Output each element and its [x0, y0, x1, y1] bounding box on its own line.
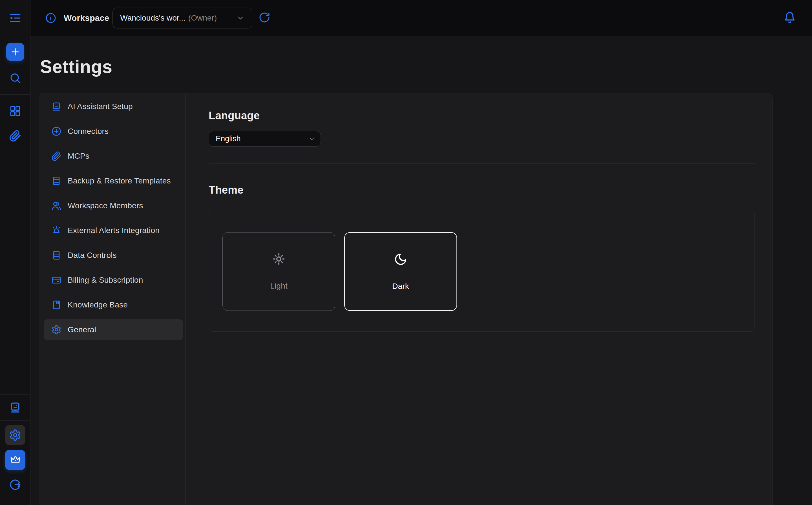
sun-icon [272, 252, 286, 266]
moon-icon [394, 252, 407, 266]
chevron-down-icon [236, 14, 245, 22]
settings-nav-item-billing-subscription[interactable]: Billing & Subscription [44, 270, 183, 291]
server-icon [51, 176, 61, 186]
settings-nav: AI Assistant SetupConnectorsMCPsBackup &… [39, 93, 185, 505]
paperclip-icon [51, 151, 61, 161]
settings-panel: AI Assistant SetupConnectorsMCPsBackup &… [39, 93, 773, 505]
content-area: Settings AI Assistant SetupConnectorsMCP… [30, 36, 812, 505]
theme-heading: Theme [209, 184, 772, 196]
theme-option-label: Dark [392, 282, 409, 291]
refresh-workspaces-button[interactable] [259, 12, 270, 24]
settings-nav-item-label: External Alerts Integration [67, 226, 160, 235]
paperclip-icon [9, 130, 21, 142]
settings-nav-item-mcps[interactable]: MCPs [44, 146, 183, 167]
settings-nav-item-label: Billing & Subscription [67, 276, 143, 285]
settings-nav-item-knowledge-base[interactable]: Knowledge Base [44, 295, 183, 315]
dashboard-button[interactable] [6, 102, 24, 120]
workspace-select-value: Wanclouds's wor... [120, 13, 185, 23]
siren-icon [51, 225, 61, 235]
settings-nav-item-label: Connectors [67, 127, 109, 136]
bot-icon [51, 102, 61, 112]
settings-nav-item-label: General [67, 325, 96, 334]
info-icon[interactable] [45, 12, 56, 24]
page-title: Settings [40, 56, 773, 77]
sidebar-divider [0, 95, 30, 95]
settings-nav-item-workspace-members[interactable]: Workspace Members [44, 195, 183, 216]
settings-nav-item-label: Workspace Members [67, 201, 143, 210]
gear-icon [9, 429, 21, 441]
search-icon [9, 72, 21, 84]
settings-body: Language English Theme Light Dark [185, 93, 772, 505]
server-icon [51, 250, 61, 261]
chevron-down-icon [308, 135, 315, 143]
theme-option-dark[interactable]: Dark [344, 232, 457, 311]
theme-options-container: Light Dark [209, 210, 755, 332]
ai-assistant-section [0, 394, 30, 421]
settings-nav-item-backup-restore-templates[interactable]: Backup & Restore Templates [44, 170, 183, 191]
theme-option-light[interactable]: Light [223, 232, 335, 311]
section-divider [209, 163, 755, 164]
settings-nav-item-label: AI Assistant Setup [67, 102, 133, 111]
settings-nav-item-general[interactable]: General [44, 319, 183, 340]
plus-icon [10, 46, 21, 57]
settings-nav-item-label: Knowledge Base [67, 300, 128, 309]
credit-card-icon [51, 275, 61, 285]
settings-nav-item-label: Backup & Restore Templates [67, 176, 171, 185]
logout-icon [9, 479, 21, 491]
settings-button[interactable] [5, 425, 25, 445]
bell-icon [783, 11, 796, 24]
topbar: Workspace Wanclouds's wor... (Owner) [30, 0, 812, 36]
language-select[interactable]: English [209, 131, 321, 147]
main-column: Workspace Wanclouds's wor... (Owner) Set… [30, 0, 812, 505]
new-chat-button[interactable] [6, 43, 24, 61]
sidebar-bottom-section [0, 394, 30, 505]
language-heading: Language [209, 110, 772, 122]
settings-nav-item-external-alerts-integration[interactable]: External Alerts Integration [44, 220, 183, 241]
upgrade-button[interactable] [5, 450, 25, 470]
grid-icon [9, 105, 21, 117]
bot-icon [9, 401, 21, 414]
gear-icon [51, 325, 61, 335]
logout-button[interactable] [6, 476, 24, 494]
theme-option-label: Light [270, 282, 288, 291]
workspace-select[interactable]: Wanclouds's wor... (Owner) [113, 8, 252, 28]
app-sidebar [0, 0, 30, 505]
settings-nav-item-connectors[interactable]: Connectors [44, 121, 183, 142]
refresh-icon [259, 12, 270, 23]
circle-plus-icon [51, 126, 61, 136]
settings-nav-item-label: MCPs [67, 152, 89, 161]
book-icon [51, 300, 61, 310]
workspace-label: Workspace [64, 13, 109, 23]
settings-nav-item-data-controls[interactable]: Data Controls [44, 245, 183, 266]
ai-assistant-button[interactable] [6, 398, 24, 416]
settings-nav-item-ai-assistant-setup[interactable]: AI Assistant Setup [44, 96, 183, 117]
indent-menu-icon [9, 12, 21, 24]
search-button[interactable] [6, 69, 24, 87]
notifications-button[interactable] [783, 11, 796, 25]
language-select-value: English [216, 134, 241, 143]
crown-icon [9, 454, 21, 466]
sidebar-collapse-button[interactable] [9, 12, 21, 24]
attachments-button[interactable] [6, 127, 24, 145]
settings-nav-item-label: Data Controls [67, 251, 117, 260]
workspace-select-role: (Owner) [188, 13, 217, 23]
users-icon [51, 201, 61, 211]
